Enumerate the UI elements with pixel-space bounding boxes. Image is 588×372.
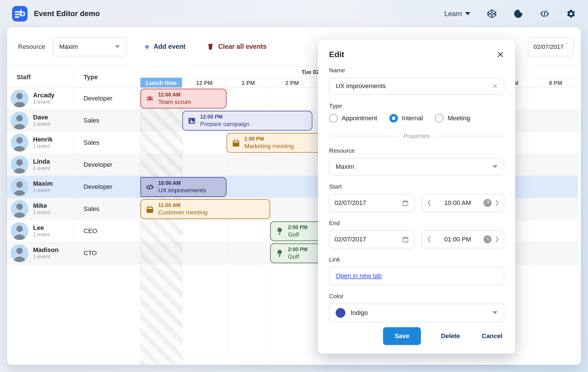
- editor-resource-select[interactable]: Maxim: [329, 158, 504, 176]
- chevron-right-icon[interactable]: [494, 236, 500, 243]
- start-time-field[interactable]: 10:00 AM: [422, 194, 504, 212]
- staff-event-count: 1 event: [33, 232, 50, 238]
- event-bar-ux-improvements[interactable]: 10:00 AMUX improvements: [140, 177, 227, 197]
- end-time-field[interactable]: 01:00 PM: [422, 230, 504, 248]
- staff-cell[interactable]: Arcady1 event: [7, 88, 74, 109]
- avatar: [11, 244, 28, 262]
- type-cell: Sales: [74, 132, 140, 154]
- delete-button[interactable]: Delete: [439, 332, 462, 340]
- type-cell: Sales: [74, 110, 140, 131]
- save-button[interactable]: Save: [383, 327, 421, 345]
- open-in-new-tab-link[interactable]: Open in new tab: [336, 272, 382, 280]
- staff-cell[interactable]: Henrik1 event: [7, 132, 74, 154]
- staff-cell[interactable]: Mike1 event: [7, 198, 74, 220]
- chevron-down-icon: [492, 311, 498, 314]
- learn-menu[interactable]: Learn: [444, 10, 470, 18]
- event-name: Golf: [288, 231, 307, 238]
- link-label: Link: [329, 256, 504, 263]
- chevron-left-icon[interactable]: [426, 199, 432, 207]
- staff-cell[interactable]: Madison1 event: [7, 242, 74, 264]
- staff-cell[interactable]: Lee1 event: [7, 220, 74, 242]
- staff-event-count: 1 event: [33, 254, 59, 260]
- event-name: UX improvements: [158, 187, 206, 194]
- staff-name: Arcady: [33, 92, 55, 99]
- event-time: 1:00 PM: [244, 136, 294, 142]
- editor-resource-label: Resource: [329, 147, 504, 154]
- time-axis-cell: Lunch time: [140, 78, 182, 88]
- clear-field-icon[interactable]: [492, 83, 498, 89]
- radio-unselected-icon: [329, 114, 338, 123]
- view-date-field[interactable]: 02/07/2017: [528, 37, 573, 56]
- column-header-type[interactable]: Type: [74, 66, 140, 88]
- event-time: 10:00 AM: [158, 180, 206, 187]
- avatar: [11, 90, 28, 107]
- start-date-field[interactable]: 02/07/2017: [329, 194, 415, 212]
- resource-select-value: Maxim: [59, 43, 78, 51]
- gridline: [578, 88, 578, 365]
- app-logo: b: [12, 6, 28, 22]
- type-cell: CTO: [74, 242, 140, 264]
- staff-name: Mike: [33, 202, 50, 210]
- plus-icon: +: [144, 42, 150, 51]
- avatar: [11, 178, 28, 196]
- calendar-icon[interactable]: [566, 43, 568, 51]
- event-time: 2:00 PM: [288, 224, 307, 231]
- chevron-right-icon[interactable]: [494, 199, 500, 207]
- add-event-button[interactable]: + Add event: [143, 42, 187, 51]
- moon-icon[interactable]: [513, 9, 523, 19]
- learn-label: Learn: [444, 10, 462, 18]
- staff-cell[interactable]: Maxim1 event: [7, 176, 74, 198]
- top-bar: b Event Editor demo Learn: [0, 0, 588, 27]
- event-name: Marketing meeting: [244, 142, 294, 150]
- color-swatch: [336, 308, 345, 318]
- staff-cell[interactable]: Dave1 event: [7, 110, 74, 131]
- radio-unselected-icon: [435, 114, 444, 123]
- event-time: 11:00 AM: [158, 92, 191, 98]
- resource-select[interactable]: Maxim: [53, 37, 127, 56]
- close-icon[interactable]: [497, 51, 504, 58]
- event-name-input[interactable]: [335, 82, 492, 90]
- top-nav: Learn: [444, 9, 576, 19]
- type-radio-internal[interactable]: Internal: [389, 114, 423, 123]
- gear-icon[interactable]: [566, 9, 576, 19]
- staff-name: Maxim: [33, 180, 53, 187]
- chevron-down-icon: [465, 12, 470, 15]
- event-name: Customer meeting: [158, 209, 208, 216]
- staff-name: Henrik: [33, 136, 53, 143]
- event-editor-popup: Edit Name Type AppointmentInternalMeetin…: [318, 40, 515, 354]
- link-field: Open in new tab: [329, 267, 504, 285]
- radio-selected-icon: [389, 114, 398, 123]
- event-bar-prepare-campaign[interactable]: 12:00 PMPrepare campaign: [182, 111, 312, 131]
- color-select[interactable]: Indigo: [329, 304, 504, 322]
- cancel-button[interactable]: Cancel: [480, 332, 504, 340]
- trash-icon: [207, 42, 214, 51]
- staff-cell[interactable]: Linda1 event: [7, 154, 74, 176]
- code-icon[interactable]: [540, 9, 550, 19]
- calendar-icon[interactable]: [402, 199, 409, 207]
- clock-icon[interactable]: [483, 199, 492, 207]
- clear-all-events-button[interactable]: Clear all events: [205, 42, 268, 51]
- type-cell: Developer: [74, 88, 140, 109]
- staff-event-count: 1 event: [33, 210, 50, 216]
- event-time: 11:00 AM: [158, 202, 208, 209]
- type-cell: CEO: [74, 220, 140, 242]
- event-name: Team scrum: [158, 98, 191, 106]
- chevron-left-icon[interactable]: [426, 236, 432, 243]
- clock-icon[interactable]: [483, 235, 492, 244]
- type-radio-appointment[interactable]: Appointment: [329, 114, 377, 123]
- page-title: Event Editor demo: [34, 9, 100, 18]
- type-cell: Developer: [74, 154, 140, 176]
- codepen-icon[interactable]: [487, 9, 497, 19]
- time-axis-cell: 2 PM: [270, 78, 314, 88]
- column-header-staff[interactable]: Staff: [7, 66, 74, 88]
- end-date-field[interactable]: 02/07/2017: [329, 230, 415, 248]
- golf-icon: [275, 227, 284, 236]
- calendar-icon[interactable]: [402, 236, 409, 243]
- type-radio-meeting[interactable]: Meeting: [435, 114, 470, 123]
- staff-name: Madison: [33, 246, 59, 254]
- calendar-icon: [232, 139, 240, 147]
- event-bar-team-scrum[interactable]: 11:00 AMTeam scrum: [140, 89, 227, 108]
- color-label: Color: [329, 293, 504, 300]
- event-bar-customer-meeting[interactable]: 11:00 AMCustomer meeting: [140, 199, 270, 219]
- type-cell: Sales: [74, 198, 140, 220]
